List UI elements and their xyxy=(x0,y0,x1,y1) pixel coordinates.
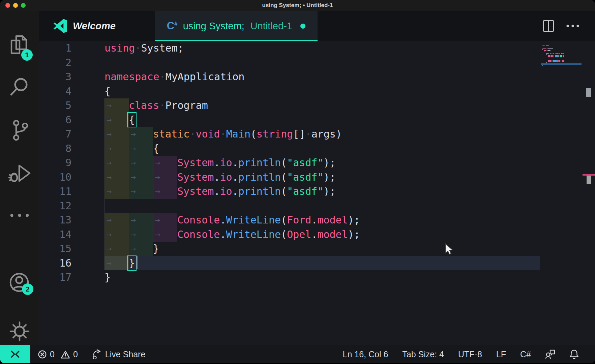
code-token: . xyxy=(311,214,317,226)
code-line[interactable]: 1using·System; xyxy=(39,41,595,56)
code-token: Console xyxy=(177,214,220,226)
sidebar-item-explorer[interactable]: 1 xyxy=(0,34,39,59)
sidebar-item-account[interactable]: 2 xyxy=(0,272,39,294)
sidebar-item-settings[interactable] xyxy=(0,321,39,342)
code-token: ); xyxy=(348,229,360,240)
tab-using-system[interactable]: C# using System; Untitled-1 xyxy=(155,11,318,41)
tab-detail: Untitled-1 xyxy=(250,21,292,32)
bell-icon xyxy=(569,349,579,359)
search-icon xyxy=(8,75,31,98)
scrollbar-handle-2[interactable] xyxy=(587,176,591,184)
code-line[interactable]: 8→→{ xyxy=(39,142,595,156)
minimap-token xyxy=(562,61,564,62)
code-token: . xyxy=(214,171,220,183)
minimap-token xyxy=(542,49,543,50)
code-line[interactable]: 17} xyxy=(39,270,595,285)
code-token: ( xyxy=(281,214,287,226)
account-badge: 2 xyxy=(22,283,33,295)
code-line[interactable]: 13→→→Console.WriteLine(Ford.model); xyxy=(39,213,595,228)
problems-errors-button[interactable]: 0 xyxy=(38,350,55,359)
minimap-token xyxy=(553,60,557,61)
live-share-icon xyxy=(92,349,102,359)
feedback-button[interactable] xyxy=(545,349,555,359)
minimap-token xyxy=(563,56,564,57)
text-cursor xyxy=(136,256,138,269)
code-line[interactable]: 11→→→System.io.println("asdf"); xyxy=(39,184,595,199)
code-token: Ford xyxy=(287,214,311,226)
editor[interactable]: 1using·System;23namespace·MyApplication4… xyxy=(39,41,595,345)
tab-welcome[interactable]: Welcome xyxy=(39,11,116,41)
notifications-button[interactable] xyxy=(569,349,579,359)
tab-whitespace: → xyxy=(105,170,129,185)
code-text: →→→Console.WriteLine(Ford.model); xyxy=(105,213,595,228)
code-token: println xyxy=(238,171,281,183)
space-whitespace: · xyxy=(189,128,196,140)
code-token: WriteLine xyxy=(226,214,281,226)
line-number: 16 xyxy=(39,256,105,271)
line-number: 12 xyxy=(39,199,105,213)
code-token: "asdf" xyxy=(287,157,323,169)
minimap[interactable] xyxy=(541,41,582,115)
code-line[interactable]: 5→class·Program xyxy=(39,98,595,113)
problems-warnings-button[interactable]: 0 xyxy=(61,350,78,359)
csharp-file-icon: C# xyxy=(167,20,178,32)
code-line[interactable]: 6→{ xyxy=(39,113,595,127)
space-whitespace: · xyxy=(220,128,226,140)
code-text xyxy=(105,199,595,213)
code-line[interactable]: 7→→static·void·Main(string[]·args) xyxy=(39,127,595,142)
code-token: . xyxy=(220,229,226,240)
more-actions-button[interactable] xyxy=(566,24,580,28)
code-line[interactable]: 14→→→Console.WriteLine(Opel.model); xyxy=(39,228,595,242)
eol-button[interactable]: LF xyxy=(496,350,506,359)
zoom-window-button[interactable] xyxy=(21,3,26,8)
minimap-token xyxy=(553,61,557,62)
language-mode-button[interactable]: C# xyxy=(520,350,531,359)
tab-size-button[interactable]: Tab Size: 4 xyxy=(402,350,444,359)
sidebar-item-search[interactable] xyxy=(0,75,39,98)
indent-guide xyxy=(105,199,129,213)
line-number: 7 xyxy=(39,127,105,142)
line-number: 14 xyxy=(39,228,105,242)
line-number: 1 xyxy=(39,41,105,56)
live-share-button[interactable]: Live Share xyxy=(92,349,146,359)
code-line[interactable]: 10→→→System.io.println("asdf"); xyxy=(39,170,595,185)
code-line[interactable]: 15→→} xyxy=(39,242,595,256)
split-editor-button[interactable] xyxy=(543,20,554,32)
error-icon xyxy=(38,350,47,359)
minimap-token xyxy=(555,56,558,57)
remote-indicator-button[interactable] xyxy=(0,345,30,363)
sidebar-item-run-debug[interactable] xyxy=(0,161,39,186)
code-line[interactable]: 4{ xyxy=(39,84,595,99)
encoding-button[interactable]: UTF-8 xyxy=(458,350,482,359)
sidebar-item-source-control[interactable] xyxy=(0,119,39,142)
code-line[interactable]: 12 xyxy=(39,199,595,213)
minimap-token xyxy=(550,53,552,54)
modified-dot-icon[interactable] xyxy=(300,24,305,29)
tab-whitespace: → xyxy=(129,170,153,185)
code-text: →→→Console.WriteLine(Opel.model); xyxy=(105,228,595,242)
minimap-token xyxy=(558,58,559,58)
minimize-window-button[interactable] xyxy=(13,3,18,8)
code-token: ); xyxy=(348,214,360,226)
minimap-token xyxy=(544,50,546,51)
tab-whitespace: → xyxy=(129,156,153,170)
close-window-button[interactable] xyxy=(5,3,10,8)
line-number: 11 xyxy=(39,184,105,199)
code-text: { xyxy=(105,84,595,99)
line-number: 8 xyxy=(39,142,105,156)
code-line[interactable]: 2 xyxy=(39,56,595,70)
code-line[interactable]: 16→} xyxy=(39,256,595,271)
warning-count: 0 xyxy=(73,350,78,359)
code-text: →} xyxy=(105,256,595,271)
minimap-token xyxy=(558,56,559,57)
minimap-token xyxy=(554,56,554,57)
minimap-token xyxy=(542,46,545,46)
cursor-position-button[interactable]: Ln 16, Col 6 xyxy=(343,350,388,359)
code-token: System; xyxy=(141,42,183,54)
tab-whitespace: → xyxy=(129,242,153,256)
code-line[interactable]: 3namespace·MyApplication xyxy=(39,70,595,84)
sidebar-item-more[interactable] xyxy=(0,211,39,219)
scrollbar-handle[interactable] xyxy=(586,88,591,97)
titlebar: using System; • Untitled-1 xyxy=(0,0,595,11)
code-line[interactable]: 9→→→System.io.println("asdf"); xyxy=(39,156,595,170)
